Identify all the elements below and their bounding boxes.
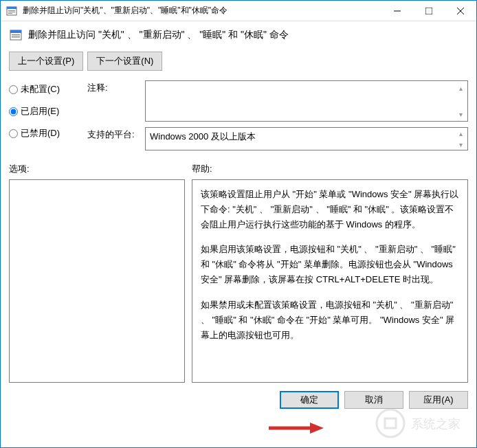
- radio-not-configured[interactable]: 未配置(C): [9, 83, 78, 96]
- platform-value: Windows 2000 及以上版本: [150, 131, 256, 142]
- svg-rect-12: [12, 36, 20, 38]
- header-row: 删除并阻止访问 "关机" 、 "重新启动" 、 "睡眠" 和 "休眠" 命令: [9, 28, 468, 42]
- radio-not-configured-label: 未配置(C): [21, 83, 60, 96]
- labels-row: 选项: 帮助:: [9, 163, 468, 175]
- radio-disabled[interactable]: 已禁用(D): [9, 127, 78, 139]
- titlebar: 删除并阻止访问"关机"、"重新启动"、"睡眠"和"休眠"命令: [1, 1, 476, 21]
- comment-row: 注释: ▴ ▾: [87, 80, 468, 122]
- content-area: 删除并阻止访问 "关机" 、 "重新启动" 、 "睡眠" 和 "休眠" 命令 上…: [1, 21, 476, 416]
- scroll-down-icon[interactable]: ▾: [455, 139, 466, 150]
- radio-column: 未配置(C) 已启用(E) 已禁用(D): [9, 80, 78, 156]
- svg-text:系统之家: 系统之家: [411, 417, 461, 431]
- help-paragraph-3: 如果禁用或未配置该策略设置，电源按钮和 "关机" 、 "重新启动" 、 "睡眠"…: [201, 298, 459, 343]
- maximize-icon: [425, 8, 432, 14]
- radio-disabled-label: 已禁用(D): [21, 127, 60, 139]
- svg-rect-3: [8, 12, 15, 12]
- svg-rect-6: [425, 8, 432, 14]
- apply-button[interactable]: 应用(A): [409, 391, 468, 409]
- comment-textarea[interactable]: ▴ ▾: [145, 80, 468, 122]
- platform-textarea[interactable]: Windows 2000 及以上版本 ▴ ▾: [145, 127, 468, 150]
- config-area: 未配置(C) 已启用(E) 已禁用(D) 注释: ▴ ▾: [9, 80, 468, 156]
- svg-rect-2: [8, 10, 15, 11]
- scroll-up-icon[interactable]: ▴: [455, 82, 466, 93]
- options-label: 选项:: [9, 163, 192, 175]
- ok-button[interactable]: 确定: [280, 391, 339, 409]
- comment-label: 注释:: [87, 80, 145, 94]
- close-button[interactable]: [445, 1, 476, 21]
- policy-icon: [6, 5, 17, 16]
- radio-enabled[interactable]: 已启用(E): [9, 105, 78, 117]
- svg-marker-14: [310, 423, 324, 434]
- next-setting-button[interactable]: 下一个设置(N): [87, 52, 162, 71]
- help-label: 帮助:: [192, 163, 468, 175]
- options-panel[interactable]: [9, 179, 185, 383]
- annotation-arrow: [269, 421, 324, 435]
- radio-disabled-input[interactable]: [9, 129, 18, 138]
- radio-enabled-label: 已启用(E): [21, 105, 59, 117]
- minimize-icon: [394, 8, 401, 14]
- platform-label: 支持的平台:: [87, 127, 145, 141]
- policy-header-icon: [9, 28, 23, 42]
- header-title: 删除并阻止访问 "关机" 、 "重新启动" 、 "睡眠" 和 "休眠" 命令: [28, 29, 289, 41]
- close-icon: [457, 8, 464, 14]
- svg-rect-11: [12, 34, 20, 36]
- help-panel[interactable]: 该策略设置阻止用户从 "开始" 菜单或 "Windows 安全" 屏幕执行以下命…: [192, 179, 468, 383]
- prev-setting-button[interactable]: 上一个设置(P): [9, 52, 83, 71]
- radio-not-configured-input[interactable]: [9, 85, 18, 94]
- radio-enabled-input[interactable]: [9, 107, 18, 116]
- button-row: 确定 取消 应用(A): [9, 391, 468, 409]
- titlebar-title: 删除并阻止访问"关机"、"重新启动"、"睡眠"和"休眠"命令: [23, 5, 381, 16]
- panels-row: 该策略设置阻止用户从 "开始" 菜单或 "Windows 安全" 屏幕执行以下命…: [9, 179, 468, 383]
- help-paragraph-1: 该策略设置阻止用户从 "开始" 菜单或 "Windows 安全" 屏幕执行以下命…: [201, 187, 459, 232]
- maximize-button[interactable]: [413, 1, 445, 21]
- svg-rect-10: [10, 30, 21, 33]
- fields-column: 注释: ▴ ▾ 支持的平台: Windows 2000 及以上版本 ▴ ▾: [87, 80, 468, 156]
- svg-rect-4: [8, 13, 12, 14]
- cancel-button[interactable]: 取消: [344, 391, 403, 409]
- window-controls: [381, 1, 476, 21]
- minimize-button[interactable]: [381, 1, 413, 21]
- scroll-up-icon[interactable]: ▴: [455, 128, 466, 139]
- help-paragraph-2: 如果启用该策略设置，电源按钮和 "关机" 、 "重新启动" 、 "睡眠" 和 "…: [201, 242, 459, 287]
- nav-row: 上一个设置(P) 下一个设置(N): [9, 52, 468, 71]
- scroll-down-icon[interactable]: ▾: [455, 109, 466, 120]
- svg-rect-1: [7, 7, 16, 9]
- platform-row: 支持的平台: Windows 2000 及以上版本 ▴ ▾: [87, 127, 468, 150]
- dialog-window: 删除并阻止访问"关机"、"重新启动"、"睡眠"和"休眠"命令 删除并阻止访问 "…: [0, 0, 477, 448]
- svg-rect-16: [385, 418, 396, 428]
